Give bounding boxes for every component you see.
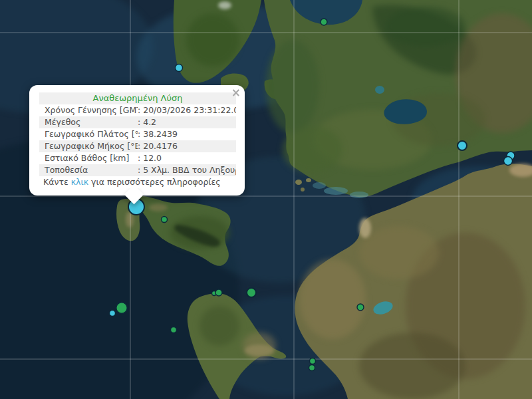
popup-row-label: Μέγεθος xyxy=(39,116,138,128)
earthquake-popup: × Αναθεωρημένη Λύση Χρόνος Γέννησης [GMT… xyxy=(29,85,245,196)
popup-row: Μέγεθος: 4.2 xyxy=(39,116,236,128)
popup-row-label: Γεωγραφικό Μήκος [°E] xyxy=(39,140,138,152)
satellite-map[interactable] xyxy=(0,0,532,399)
earthquake-marker[interactable] xyxy=(309,365,315,371)
popup-row: Γεωγραφικό Πλάτος [°N]: 38.2439 xyxy=(39,128,236,140)
popup-footer: Κάντε κλικ για περισσότερες πληροφορίες xyxy=(39,176,236,188)
popup-table: Χρόνος Γέννησης [GMT]: 20/03/2026 23:31:… xyxy=(39,104,236,176)
earthquake-marker[interactable] xyxy=(162,217,168,223)
popup-row: Εστιακό Βάθος [km]: 12.0 xyxy=(39,152,236,164)
earthquake-marker[interactable] xyxy=(215,289,222,296)
popup-row-value: : 4.2 xyxy=(138,116,236,128)
popup-row-value: : 12.0 xyxy=(138,152,236,164)
popup-row-value: : 20.4176 xyxy=(138,140,236,152)
earthquake-marker[interactable] xyxy=(176,65,183,72)
popup-footer-prefix: Κάντε xyxy=(43,177,71,187)
popup-row-label: Τοποθεσία xyxy=(39,164,138,176)
popup-close-button[interactable]: × xyxy=(231,87,241,98)
earthquake-marker[interactable] xyxy=(504,157,513,166)
popup-title: Αναθεωρημένη Λύση xyxy=(39,92,236,104)
popup-row-label: Χρόνος Γέννησης [GMT] xyxy=(39,104,138,116)
popup-footer-suffix: για περισσότερες πληροφορίες xyxy=(88,177,221,187)
popup-row-value: : 38.2439 xyxy=(138,128,236,140)
popup-table-body: Χρόνος Γέννησης [GMT]: 20/03/2026 23:31:… xyxy=(39,104,236,176)
earthquake-marker[interactable] xyxy=(321,19,327,25)
popup-row-value: : 5 Χλμ. ΒΒΔ του Ληξουρίου xyxy=(138,164,236,176)
earthquake-marker[interactable] xyxy=(247,288,256,297)
earthquake-marker[interactable] xyxy=(110,311,116,317)
popup-row-label: Εστιακό Βάθος [km] xyxy=(39,152,138,164)
earthquake-marker[interactable] xyxy=(357,304,364,311)
earthquake-marker[interactable] xyxy=(310,358,316,364)
popup-row: Χρόνος Γέννησης [GMT]: 20/03/2026 23:31:… xyxy=(39,104,236,116)
popup-row-label: Γεωγραφικό Πλάτος [°N] xyxy=(39,128,138,140)
earthquake-marker[interactable] xyxy=(116,303,128,314)
earthquake-marker[interactable] xyxy=(171,327,177,333)
popup-row-value: : 20/03/2026 23:31:22.03 xyxy=(138,104,236,116)
popup-row: Τοποθεσία: 5 Χλμ. ΒΒΔ του Ληξουρίου xyxy=(39,164,236,176)
earthquake-marker[interactable] xyxy=(458,141,467,150)
popup-row: Γεωγραφικό Μήκος [°E]: 20.4176 xyxy=(39,140,236,152)
popup-more-info-link[interactable]: κλικ xyxy=(71,177,88,187)
